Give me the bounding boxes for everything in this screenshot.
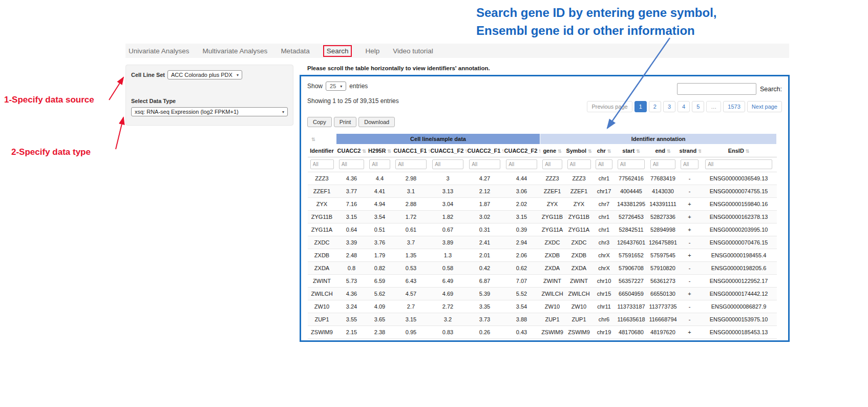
page-length-select[interactable]: 25▾ (326, 82, 346, 91)
page-button-1[interactable]: 1 (634, 101, 647, 112)
next-page-button[interactable]: Next page (747, 101, 782, 112)
filter-input-cuacc2[interactable] (339, 159, 365, 169)
table-cell: chr3 (594, 236, 615, 249)
table-row-ZWILCH[interactable]: ZWILCH4.365.624.574.695.395.52ZWILCHZWIL… (308, 288, 777, 300)
column-header-ensid[interactable]: EnsID⇅ (701, 145, 777, 157)
table-row-ZYG11A[interactable]: ZYG11A0.640.510.610.670.310.39ZYG11AZYG1… (308, 223, 777, 236)
copy-button[interactable]: Copy (307, 117, 332, 127)
show-label: Show (307, 83, 323, 90)
table-cell: ENSG00000036549.13 (701, 172, 777, 185)
table-cell: ZWINT (540, 275, 565, 288)
column-header-cuacc2-f2[interactable]: CUACC2_F2⇅ (503, 145, 540, 157)
table-cell: 0.61 (393, 223, 430, 236)
table-cell: 3.04 (430, 198, 467, 211)
page-button-2[interactable]: 2 (649, 101, 661, 112)
page-button-3[interactable]: 3 (663, 101, 675, 112)
column-header-identifier[interactable]: Identifier (308, 145, 336, 157)
table-row-ZXDC[interactable]: ZXDC3.393.763.73.892.412.94ZXDCZXDCchr31… (308, 236, 777, 249)
table-cell: chr19 (594, 326, 615, 339)
sort-icon: ⇅ (465, 149, 466, 154)
table-cell: 3.06 (503, 185, 540, 198)
page-button-4[interactable]: 4 (678, 101, 690, 112)
nav-item-metadata[interactable]: Metadata (281, 47, 309, 55)
nav-item-video-tutorial[interactable]: Video tutorial (393, 47, 433, 55)
sort-icon: ⇅ (539, 149, 540, 154)
table-cell: ZWILCH (540, 288, 565, 300)
cell-line-set-select[interactable]: ACC Colorado plus PDX▾ (167, 70, 242, 79)
table-cell: 113733187 (615, 300, 648, 313)
table-row-ZW10[interactable]: ZW103.244.092.72.723.353.54ZW10ZW10chr11… (308, 300, 777, 313)
step2-annotation: 2-Specify data type (11, 147, 91, 157)
table-cell: 4.57 (393, 288, 430, 300)
page-button-1573[interactable]: 1573 (723, 101, 745, 112)
sort-icon: ⇅ (588, 149, 592, 154)
column-header-gene[interactable]: gene⇅ (540, 145, 565, 157)
sort-icon[interactable]: ⇅ (311, 137, 315, 142)
table-cell: chr7 (594, 198, 615, 211)
table-cell: chr17 (594, 185, 615, 198)
table-row-ZYX[interactable]: ZYX7.164.942.883.041.872.02ZYXZYXchr7143… (308, 198, 777, 211)
cell-line-set-label: Cell Line Set (131, 72, 165, 78)
table-cell: 2.15 (336, 326, 367, 339)
table-cell: ZYG11A (308, 223, 336, 236)
filter-input-start[interactable] (618, 159, 645, 169)
column-header-chr[interactable]: chr⇅ (594, 145, 615, 157)
filter-input-identifier[interactable] (310, 159, 334, 169)
download-button[interactable]: Download (358, 117, 395, 127)
previous-page-button[interactable]: Previous page (587, 101, 632, 112)
column-header-cuacc1-f2[interactable]: CUACC1_F2⇅ (430, 145, 467, 157)
column-header-start[interactable]: start⇅ (615, 145, 648, 157)
column-label: CUACC2 (337, 148, 361, 154)
table-cell: ZYX (308, 198, 336, 211)
filter-input-cuacc2-f1[interactable] (469, 159, 500, 169)
table-row-ZZZ3[interactable]: ZZZ34.364.42.9834.274.44ZZZ3ZZZ3chr17756… (308, 172, 777, 185)
table-row-ZZEF1[interactable]: ZZEF13.774.413.13.132.123.06ZZEF1ZZEF1ch… (308, 185, 777, 198)
table-cell: 3.89 (430, 236, 467, 249)
table-row-ZYG11B[interactable]: ZYG11B3.153.541.721.823.023.15ZYG11BZYG1… (308, 211, 777, 223)
filter-input-symbol[interactable] (567, 159, 591, 169)
column-label: CUACC1_F2 (431, 148, 464, 154)
nav-item-univariate-analyses[interactable]: Univariate Analyses (129, 47, 189, 55)
table-cell: + (679, 211, 701, 223)
table-cell: 4.69 (430, 288, 467, 300)
filter-input-chr[interactable] (596, 159, 612, 169)
red-arrow-2 (116, 117, 123, 149)
column-header-cuacc2-f1[interactable]: CUACC2_F1⇅ (467, 145, 503, 157)
table-row-ZWINT[interactable]: ZWINT5.736.596.436.496.877.07ZWINTZWINTc… (308, 275, 777, 288)
filter-cell (336, 157, 367, 172)
column-header-cuacc2[interactable]: CUACC2⇅ (336, 145, 367, 157)
table-cell: 4.4 (367, 172, 393, 185)
table-row-ZXDB[interactable]: ZXDB2.481.791.351.32.012.06ZXDBZXDBchrX5… (308, 249, 777, 262)
filter-input-strand[interactable] (681, 159, 698, 169)
table-search-input[interactable] (677, 83, 756, 95)
table-cell: 0.62 (503, 262, 540, 275)
filter-input-cuacc1-f2[interactable] (432, 159, 463, 169)
filter-input-gene[interactable] (542, 159, 562, 169)
page-button-5[interactable]: 5 (692, 101, 704, 112)
table-cell: 0.82 (367, 262, 393, 275)
print-button[interactable]: Print (334, 117, 357, 127)
filter-input-h295r[interactable] (369, 159, 390, 169)
column-header-strand[interactable]: strand⇅ (679, 145, 701, 157)
column-header-end[interactable]: end⇅ (648, 145, 679, 157)
table-row-ZUP1[interactable]: ZUP13.553.653.153.23.733.88ZUP1ZUP1chr61… (308, 313, 777, 326)
filter-input-end[interactable] (650, 159, 676, 169)
table-cell: ENSG00000086827.9 (701, 300, 777, 313)
table-cell: - (679, 300, 701, 313)
table-cell: ZYG11B (565, 211, 594, 223)
filter-input-cuacc2-f2[interactable] (506, 159, 537, 169)
table-cell: 2.72 (430, 300, 467, 313)
sort-icon: ⇅ (698, 149, 701, 154)
column-header-cuacc1-f1[interactable]: CUACC1_F1⇅ (393, 145, 430, 157)
table-cell: ZSWIM9 (565, 326, 594, 339)
nav-item-search[interactable]: Search (323, 45, 352, 57)
filter-input-cuacc1-f1[interactable] (395, 159, 427, 169)
nav-item-help[interactable]: Help (365, 47, 379, 55)
table-row-ZSWIM9[interactable]: ZSWIM92.152.380.950.830.260.43ZSWIM9ZSWI… (308, 326, 777, 339)
column-header-symbol[interactable]: Symbol⇅ (565, 145, 594, 157)
table-row-ZXDA[interactable]: ZXDA0.80.820.530.580.420.62ZXDAZXDAchrX5… (308, 262, 777, 275)
data-type-select[interactable]: xsq: RNA-seq Expression (log2 FPKM+1)▾ (131, 107, 288, 116)
nav-item-multivariate-analyses[interactable]: Multivariate Analyses (203, 47, 268, 55)
column-header-h295r[interactable]: H295R⇅ (367, 145, 393, 157)
filter-input-ensid[interactable] (705, 159, 772, 169)
